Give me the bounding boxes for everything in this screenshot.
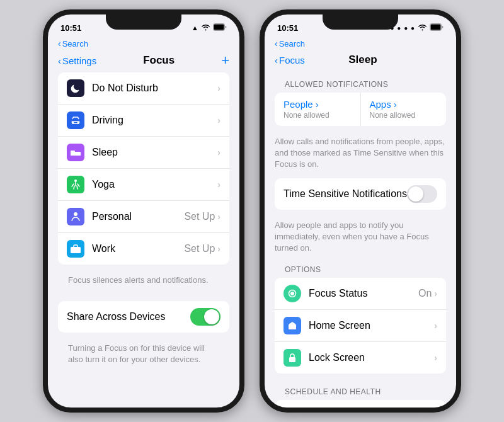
yoga-label: Yoga (92, 179, 217, 190)
search-bar-right: ‹ Search (265, 37, 456, 51)
search-back-right[interactable]: ‹ Search (275, 38, 305, 48)
focus-status-icon (284, 285, 301, 302)
back-settings[interactable]: ‹ Settings (58, 55, 96, 66)
chevron-icon: › (217, 244, 220, 254)
time-right: 10:51 (277, 23, 298, 33)
list-item-work[interactable]: Work Set Up › (58, 233, 229, 265)
yoga-icon (67, 176, 84, 193)
svg-rect-11 (431, 25, 441, 30)
list-item-do-not-disturb[interactable]: Do Not Disturb › (58, 72, 229, 105)
lock-screen-label: Lock Screen (309, 352, 434, 363)
list-item-lock-screen[interactable]: Lock Screen › (275, 342, 446, 374)
time-sensitive-row[interactable]: Time Sensitive Notifications (275, 178, 446, 210)
back-chevron-icon: ‹ (58, 55, 61, 66)
list-item-focus-status[interactable]: Focus Status On › (275, 278, 446, 310)
people-label: People › (284, 99, 352, 110)
work-icon (67, 240, 84, 258)
svg-point-8 (74, 212, 77, 216)
sleep-label: Sleep (92, 147, 217, 158)
time-left: 10:51 (60, 23, 81, 33)
notch-right (323, 14, 398, 30)
sleep-content: ALLOWED NOTIFICATIONS People › None allo… (265, 71, 456, 408)
chevron-icon: › (217, 83, 220, 93)
work-label: Work (92, 243, 184, 254)
svg-rect-5 (71, 151, 75, 153)
svg-point-16 (292, 359, 294, 361)
do-not-disturb-label: Do Not Disturb (92, 83, 217, 94)
battery-icon (213, 23, 227, 32)
schedule-section-header: SCHEDULE AND HEALTH (265, 379, 456, 400)
page-title-left: Focus (143, 54, 175, 67)
allowed-section-header: ALLOWED NOTIFICATIONS (265, 71, 456, 93)
list-item-driving[interactable]: Driving › (58, 105, 229, 137)
options-section-header: OPTIONS (265, 256, 456, 278)
share-toggle[interactable] (190, 308, 220, 326)
back-focus[interactable]: ‹ Focus (275, 55, 305, 66)
notch (106, 14, 181, 30)
add-focus-button[interactable]: + (221, 54, 229, 67)
do-not-disturb-icon (67, 79, 84, 97)
focus-items-group: Do Not Disturb › Driving › (58, 72, 229, 265)
page-title-right: Sleep (348, 54, 377, 66)
nav-bar-left: ‹ Settings Focus + (48, 51, 239, 72)
apps-label: Apps › (370, 99, 438, 110)
list-item-personal[interactable]: Personal Set Up › (58, 201, 229, 233)
search-label-right: Search (279, 39, 305, 48)
nav-bar-right: ‹ Focus Sleep (265, 51, 456, 71)
allowed-notifications-group: People › None allowed Apps › None allowe… (275, 93, 446, 126)
phone-left: 10:51 ▲ (43, 9, 244, 413)
time-sensitive-label: Time Sensitive Notifications (284, 188, 407, 200)
list-item-sleep[interactable]: Sleep › (58, 137, 229, 169)
focus-list: Do Not Disturb › Driving › (48, 72, 239, 408)
chevron-icon: › (217, 147, 220, 157)
focus-footer: Focus silences alerts and notifications. (48, 270, 239, 291)
focus-status-label: Focus Status (309, 288, 418, 299)
toggle-knob (204, 309, 219, 324)
apps-cell[interactable]: Apps › None allowed (361, 93, 447, 126)
chevron-icon: › (434, 321, 437, 331)
svg-rect-14 (289, 324, 296, 329)
search-label: Search (62, 39, 88, 48)
personal-label: Personal (92, 211, 184, 222)
personal-icon (67, 208, 84, 225)
svg-rect-9 (71, 247, 81, 253)
svg-point-3 (77, 122, 79, 124)
allowed-description: Allow calls and notifications from peopl… (265, 131, 456, 173)
search-bar-left: ‹ Search (48, 37, 239, 51)
apps-subtitle: None allowed (370, 111, 438, 120)
svg-rect-1 (214, 25, 224, 30)
svg-point-2 (72, 122, 74, 124)
list-item-home-screen[interactable]: Home Screen › (275, 310, 446, 342)
focus-status-value: On (418, 288, 432, 299)
list-item-sleep-schedule[interactable]: Sleep Schedule Off (275, 400, 446, 408)
back-arrow-icon: ‹ (58, 38, 61, 48)
driving-icon (67, 111, 84, 129)
back-settings-label: Settings (62, 55, 96, 66)
share-across-devices-row[interactable]: Share Across Devices (58, 301, 229, 333)
wifi-icon (201, 23, 210, 32)
status-icons-right: ● ● ● ● (391, 23, 444, 32)
lock-screen-icon (284, 349, 301, 367)
list-item-yoga[interactable]: Yoga › (58, 169, 229, 201)
share-devices-group: Share Across Devices (58, 301, 229, 333)
chevron-icon: › (434, 288, 437, 299)
people-apps-row: People › None allowed Apps › None allowe… (275, 93, 446, 126)
signal-icon: ▲ (192, 24, 198, 31)
people-subtitle: None allowed (284, 111, 352, 120)
home-screen-label: Home Screen (309, 320, 434, 331)
time-sensitive-toggle[interactable] (407, 185, 437, 203)
people-cell[interactable]: People › None allowed (275, 93, 361, 126)
work-value: Set Up (184, 243, 215, 254)
toggle-knob-off (408, 186, 423, 202)
phone-right: 10:51 ● ● ● ● (260, 9, 461, 413)
sleep-icon (67, 144, 84, 161)
share-footer: Turning a Focus on for this device will … (48, 338, 239, 370)
svg-rect-6 (71, 154, 81, 156)
chevron-icon: › (434, 353, 437, 363)
home-screen-icon (284, 317, 301, 334)
search-back-left[interactable]: ‹ Search (58, 38, 88, 48)
back-chevron-icon-right: ‹ (275, 55, 278, 66)
chevron-icon: › (217, 212, 220, 222)
time-sensitive-group: Time Sensitive Notifications (275, 178, 446, 210)
svg-point-12 (290, 292, 294, 295)
